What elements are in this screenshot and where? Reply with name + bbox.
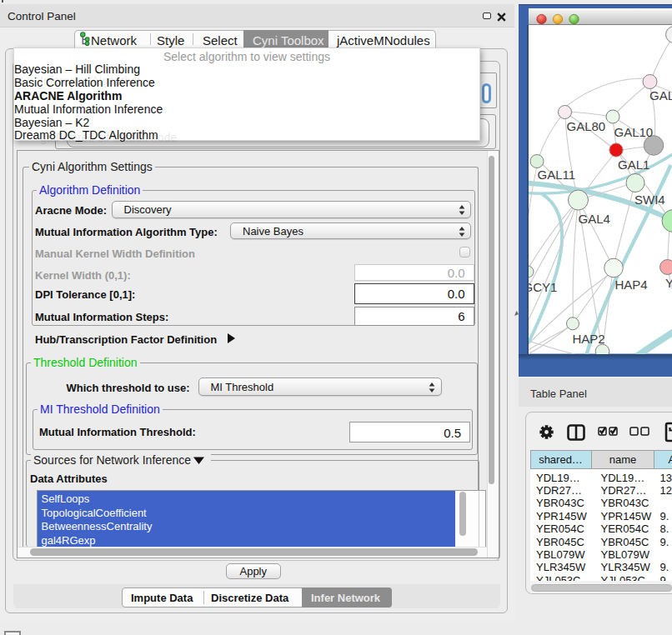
svg-text:GAL1: GAL1 [618,158,649,172]
svg-text:SWI4: SWI4 [634,192,665,207]
svg-text:GAL10: GAL10 [614,125,653,139]
svg-text:GAL4: GAL4 [578,212,609,226]
svg-text:GAL7: GAL7 [649,88,672,102]
svg-text:HAP2: HAP2 [572,332,604,346]
svg-text:GAL80: GAL80 [566,119,605,133]
svg-text:GCY1: GCY1 [529,280,557,294]
svg-text:HAP4: HAP4 [614,278,647,292]
svg-text:GAL11: GAL11 [537,168,575,182]
svg-text:Y: Y [665,276,672,290]
